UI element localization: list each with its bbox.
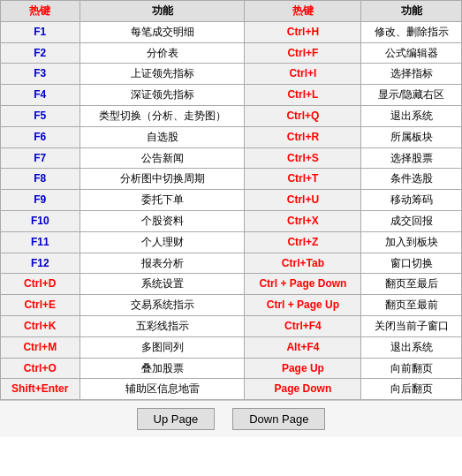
func-col1-row12: 系统设置 [80, 274, 245, 295]
func-col1-row14: 五彩线指示 [80, 315, 245, 336]
hotkey-col2-row6: Ctrl+S [245, 147, 361, 169]
func-col2-row8: 移动筹码 [361, 190, 462, 211]
hotkey-col2-row12: Ctrl + Page Down [245, 274, 361, 295]
hotkey-col2-row15: Alt+F4 [245, 336, 361, 358]
navigation-row: Up Page Down Page [0, 400, 462, 437]
func-col2-row5: 所属板块 [361, 126, 462, 147]
func-col1-row13: 交易系统指示 [80, 295, 245, 316]
hotkey-col1-row13: Ctrl+E [1, 295, 80, 316]
hotkey-col1-row10: F11 [1, 231, 80, 253]
col-header-1: 热键 [1, 1, 80, 22]
hotkey-col2-row0: Ctrl+H [245, 21, 361, 42]
hotkey-col1-row15: Ctrl+M [1, 336, 80, 358]
func-col2-row14: 关闭当前子窗口 [361, 315, 462, 336]
func-col2-row9: 成交回报 [361, 210, 462, 231]
hotkey-col1-row12: Ctrl+D [1, 274, 80, 295]
func-col2-row12: 翻页至最后 [361, 274, 462, 295]
func-col2-row1: 公式编辑器 [361, 42, 462, 64]
hotkey-col1-row8: F9 [1, 190, 80, 211]
hotkey-col2-row8: Ctrl+U [245, 190, 361, 211]
func-col1-row2: 上证领先指标 [80, 64, 245, 85]
func-col2-row13: 翻页至最前 [361, 295, 462, 316]
func-col2-row15: 退出系统 [361, 336, 462, 358]
func-col1-row3: 深证领先指标 [80, 85, 245, 106]
col-header-3: 热键 [245, 1, 361, 22]
hotkey-col2-row11: Ctrl+Tab [245, 253, 361, 274]
hotkey-col2-row2: Ctrl+I [245, 64, 361, 85]
hotkey-col2-row5: Ctrl+R [245, 126, 361, 147]
col-header-2: 功能 [80, 1, 245, 22]
hotkey-col2-row10: Ctrl+Z [245, 231, 361, 253]
func-col2-row10: 加入到板块 [361, 231, 462, 253]
hotkey-col1-row7: F8 [1, 169, 80, 190]
func-col1-row0: 每笔成交明细 [80, 21, 245, 42]
col-header-4: 功能 [361, 1, 462, 22]
func-col2-row11: 窗口切换 [361, 253, 462, 274]
hotkey-col1-row6: F7 [1, 147, 80, 169]
hotkey-col1-row17: Shift+Enter [1, 379, 80, 400]
hotkey-col1-row3: F4 [1, 85, 80, 106]
func-col2-row16: 向前翻页 [361, 358, 462, 379]
hotkey-col2-row7: Ctrl+T [245, 169, 361, 190]
down-page-button[interactable]: Down Page [232, 408, 325, 430]
hotkey-col1-row5: F6 [1, 126, 80, 147]
hotkey-col1-row2: F3 [1, 64, 80, 85]
func-col2-row0: 修改、删除指示 [361, 21, 462, 42]
hotkey-col2-row16: Page Up [245, 358, 361, 379]
func-col1-row4: 类型切换（分析、走势图） [80, 105, 245, 126]
func-col1-row15: 多图同列 [80, 336, 245, 358]
func-col1-row16: 叠加股票 [80, 358, 245, 379]
hotkey-col1-row4: F5 [1, 105, 80, 126]
func-col2-row7: 条件选股 [361, 169, 462, 190]
func-col1-row9: 个股资料 [80, 210, 245, 231]
hotkey-col2-row1: Ctrl+F [245, 42, 361, 64]
func-col1-row1: 分价表 [80, 42, 245, 64]
hotkey-col1-row9: F10 [1, 210, 80, 231]
hotkey-col2-row17: Page Down [245, 379, 361, 400]
func-col1-row8: 委托下单 [80, 190, 245, 211]
func-col2-row4: 退出系统 [361, 105, 462, 126]
func-col1-row10: 个人理财 [80, 231, 245, 253]
func-col2-row2: 选择指标 [361, 64, 462, 85]
hotkey-col2-row9: Ctrl+X [245, 210, 361, 231]
hotkey-col2-row3: Ctrl+L [245, 85, 361, 106]
func-col1-row17: 辅助区信息地雷 [80, 379, 245, 400]
up-page-button[interactable]: Up Page [137, 408, 216, 430]
func-col1-row6: 公告新闻 [80, 147, 245, 169]
func-col2-row17: 向后翻页 [361, 379, 462, 400]
hotkey-col2-row14: Ctrl+F4 [245, 315, 361, 336]
func-col1-row11: 报表分析 [80, 253, 245, 274]
func-col2-row6: 选择股票 [361, 147, 462, 169]
hotkey-col2-row13: Ctrl + Page Up [245, 295, 361, 316]
func-col2-row3: 显示/隐藏右区 [361, 85, 462, 106]
func-col1-row5: 自选股 [80, 126, 245, 147]
hotkey-col1-row11: F12 [1, 253, 80, 274]
func-col1-row7: 分析图中切换周期 [80, 169, 245, 190]
hotkey-col1-row1: F2 [1, 42, 80, 64]
hotkey-table: 热键 功能 热键 功能 F1每笔成交明细Ctrl+H修改、删除指示F2分价表Ct… [0, 0, 462, 400]
hotkey-col2-row4: Ctrl+Q [245, 105, 361, 126]
hotkey-col1-row16: Ctrl+O [1, 358, 80, 379]
hotkey-col1-row14: Ctrl+K [1, 315, 80, 336]
hotkey-col1-row0: F1 [1, 21, 80, 42]
